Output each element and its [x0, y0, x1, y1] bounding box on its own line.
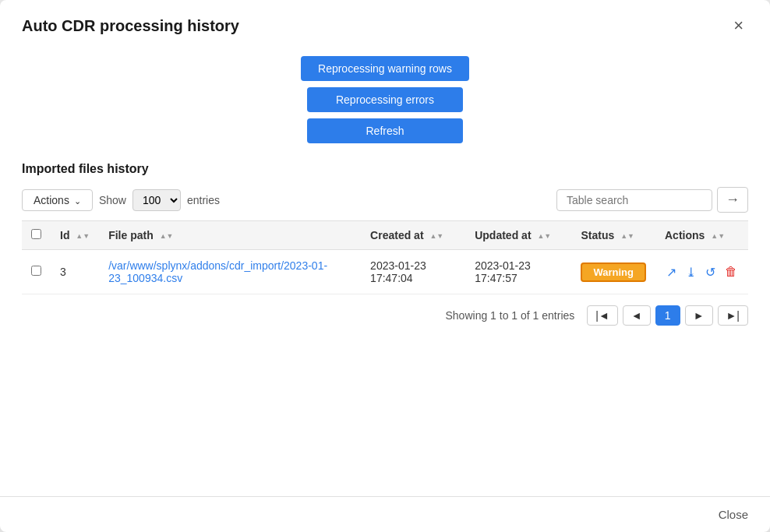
refresh-button[interactable]: Refresh — [307, 118, 463, 143]
pagination-page-1-button[interactable]: 1 — [655, 305, 680, 326]
section-title: Imported files history — [22, 162, 748, 176]
row-actions: ↗ ⤓ ↺ 🗑 — [655, 250, 748, 294]
action-icons-group: ↗ ⤓ ↺ 🗑 — [665, 263, 739, 281]
table-controls-left: Actions Show 100 25 50 entries — [22, 189, 220, 211]
modal-close-button[interactable]: × — [729, 16, 748, 36]
header-checkbox-col — [22, 221, 51, 250]
file-path-link[interactable]: /var/www/splynx/addons/cdr_import/2023-0… — [108, 259, 327, 284]
actions-dropdown-button[interactable]: Actions — [22, 189, 93, 211]
header-file-path[interactable]: File path ▲▼ — [99, 221, 361, 250]
pagination-prev-button[interactable]: ◄ — [623, 305, 651, 326]
pagination-row: Showing 1 to 1 of 1 entries |◄ ◄ 1 ► ►| — [22, 294, 748, 332]
modal: Auto CDR processing history × Reprocessi… — [0, 0, 770, 532]
search-input[interactable] — [556, 189, 712, 211]
pagination-next-button[interactable]: ► — [685, 305, 713, 326]
reprocessing-warning-rows-button[interactable]: Reprocessing warning rows — [301, 56, 469, 81]
table-controls: Actions Show 100 25 50 entries → — [22, 187, 748, 213]
export-icon: → — [726, 192, 740, 208]
modal-title: Auto CDR processing history — [22, 17, 239, 35]
reprocessing-errors-button[interactable]: Reprocessing errors — [307, 87, 463, 112]
show-label: Show — [99, 194, 126, 206]
actions-sort-icon: ▲▼ — [711, 233, 725, 240]
row-checkbox-cell — [22, 250, 51, 294]
data-table: Id ▲▼ File path ▲▼ Created at ▲▼ Updated… — [22, 220, 748, 294]
row-file-path: /var/www/splynx/addons/cdr_import/2023-0… — [99, 250, 361, 294]
select-all-checkbox[interactable] — [31, 229, 41, 239]
row-id: 3 — [51, 250, 99, 294]
status-badge: Warning — [581, 262, 646, 282]
row-status: Warning — [571, 250, 655, 294]
modal-header: Auto CDR processing history × — [0, 0, 770, 48]
header-status[interactable]: Status ▲▼ — [571, 221, 655, 250]
chevron-down-icon — [74, 194, 81, 206]
updated-at-sort-icon: ▲▼ — [537, 233, 551, 240]
header-id[interactable]: Id ▲▼ — [51, 221, 99, 250]
export-button[interactable]: → — [717, 187, 748, 213]
actions-label: Actions — [34, 194, 69, 206]
action-buttons-group: Reprocessing warning rows Reprocessing e… — [22, 56, 748, 143]
id-sort-icon: ▲▼ — [76, 233, 90, 240]
table-header-row: Id ▲▼ File path ▲▼ Created at ▲▼ Updated… — [22, 221, 748, 250]
file-path-sort-icon: ▲▼ — [160, 233, 174, 240]
status-sort-icon: ▲▼ — [620, 233, 634, 240]
row-updated-at: 2023-01-23 17:47:57 — [465, 250, 571, 294]
header-created-at[interactable]: Created at ▲▼ — [361, 221, 465, 250]
footer-close-button[interactable]: Close — [719, 508, 748, 521]
row-checkbox[interactable] — [31, 266, 41, 276]
table-controls-right: → — [556, 187, 748, 213]
modal-footer: Close — [0, 496, 770, 532]
view-action-button[interactable]: ↗ — [665, 263, 678, 281]
header-actions[interactable]: Actions ▲▼ — [655, 221, 748, 250]
entries-label: entries — [187, 194, 220, 206]
table-row: 3 /var/www/splynx/addons/cdr_import/2023… — [22, 250, 748, 294]
row-created-at: 2023-01-23 17:47:04 — [361, 250, 465, 294]
delete-action-button[interactable]: 🗑 — [723, 263, 739, 280]
pagination-info: Showing 1 to 1 of 1 entries — [446, 309, 575, 322]
created-at-sort-icon: ▲▼ — [429, 233, 443, 240]
modal-body: Reprocessing warning rows Reprocessing e… — [0, 48, 770, 496]
pagination-last-button[interactable]: ►| — [718, 305, 749, 326]
entries-select[interactable]: 100 25 50 — [132, 189, 181, 211]
pagination-first-button[interactable]: |◄ — [587, 305, 618, 326]
download-action-button[interactable]: ⤓ — [684, 263, 698, 281]
reprocess-action-button[interactable]: ↺ — [704, 263, 717, 281]
header-updated-at[interactable]: Updated at ▲▼ — [465, 221, 571, 250]
table-body: 3 /var/www/splynx/addons/cdr_import/2023… — [22, 250, 748, 294]
